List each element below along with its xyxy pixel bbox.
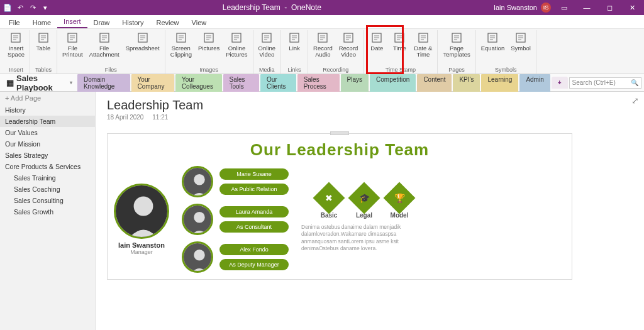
- section-tab-your-company[interactable]: Your Company: [131, 74, 174, 92]
- qat-dropdown-icon[interactable]: ▾: [40, 3, 50, 13]
- drag-handle[interactable]: [330, 131, 349, 135]
- ribbon-tab-history[interactable]: History: [116, 17, 150, 28]
- redo-icon[interactable]: ↷: [28, 3, 38, 13]
- link-button[interactable]: Link: [284, 30, 305, 53]
- section-tab-competition[interactable]: Competition: [370, 74, 416, 92]
- page-item[interactable]: Sales Strategy: [0, 150, 95, 161]
- file-attachment-button[interactable]: FileAttachment: [87, 30, 122, 60]
- avatar: [182, 241, 213, 273]
- group-label: Files: [105, 67, 117, 74]
- diamond-item: 🎓Legal: [353, 187, 375, 219]
- insert-space-icon: [9, 31, 22, 44]
- section-tab-sales-tools[interactable]: Sales Tools: [223, 74, 259, 92]
- insert-space-button[interactable]: InsertSpace: [5, 30, 27, 60]
- ribbon-tab-view[interactable]: View: [186, 17, 213, 28]
- group-label: Insert: [9, 67, 23, 74]
- page-sidebar: + Add Page HistoryLeadership TeamOur Val…: [0, 92, 96, 330]
- page-item[interactable]: History: [0, 104, 95, 116]
- section-tab-sales-process[interactable]: Sales Process: [297, 74, 340, 92]
- symbol-icon: [514, 31, 527, 44]
- page-title[interactable]: Leadership Team: [107, 98, 633, 113]
- ribbon-tabs: FileHomeInsertDrawHistoryReviewView: [0, 15, 644, 29]
- user-avatar[interactable]: IS: [541, 3, 551, 13]
- user-name[interactable]: Iain Swanston: [494, 4, 537, 11]
- manager-role: Manager: [130, 249, 153, 255]
- time-icon: [393, 31, 406, 44]
- ribbon-tab-file[interactable]: File: [3, 17, 26, 28]
- date-time-icon: [417, 31, 430, 44]
- diamond-icon: ✖: [313, 182, 345, 214]
- role-pill: As Deputy Manager: [219, 259, 289, 270]
- ribbon-tab-insert[interactable]: Insert: [57, 16, 87, 28]
- add-section-button[interactable]: +: [552, 77, 568, 89]
- record-audio-button[interactable]: RecordAudio: [311, 30, 335, 60]
- date-icon: [370, 31, 383, 44]
- undo-icon[interactable]: ↶: [15, 3, 25, 13]
- screen-clipping-icon: [175, 31, 187, 44]
- pictures-button[interactable]: Pictures: [196, 30, 222, 53]
- page-item[interactable]: Sales Coaching: [0, 184, 95, 195]
- page-item[interactable]: Sales Consulting: [0, 195, 95, 206]
- maximize-icon[interactable]: ◻: [600, 4, 619, 12]
- close-icon[interactable]: ✕: [623, 4, 641, 12]
- page-canvas[interactable]: ⤢ Leadership Team 18 April 2020 11:21 Ou…: [96, 92, 644, 330]
- spreadsheet-button[interactable]: Spreadsheet: [123, 30, 162, 53]
- table-icon: [37, 31, 50, 44]
- page-item[interactable]: Sales Training: [0, 172, 95, 184]
- table-label: Table: [36, 45, 51, 52]
- svg-point-21: [194, 174, 205, 185]
- file-printout-button[interactable]: FilePrintout: [60, 30, 86, 60]
- info-column: ✖Basic🎓Legal🏆Model Denima ostebus danaim…: [301, 187, 427, 251]
- page-item[interactable]: Sales Growth: [0, 206, 95, 217]
- notebook-bar: ▦ Sales Playbook ▾ Domain KnowledgeYour …: [0, 74, 644, 92]
- ribbon-tab-home[interactable]: Home: [26, 17, 57, 28]
- time-label: Time: [393, 45, 406, 52]
- file-attachment-label: FileAttachment: [89, 45, 119, 58]
- symbol-button[interactable]: Symbol: [508, 30, 533, 53]
- save-icon[interactable]: 📄: [3, 3, 13, 13]
- minimize-icon[interactable]: —: [577, 4, 596, 11]
- record-video-button[interactable]: RecordVideo: [336, 30, 361, 60]
- section-tab-content[interactable]: Content: [417, 74, 452, 92]
- page-item[interactable]: Our Mission: [0, 138, 95, 150]
- equation-button[interactable]: Equation: [479, 30, 508, 53]
- page-templates-button[interactable]: PageTemplates: [440, 30, 472, 60]
- group-label: Symbols: [495, 67, 517, 74]
- date-button[interactable]: Date: [366, 30, 387, 53]
- ribbon-tab-draw[interactable]: Draw: [87, 17, 116, 28]
- link-icon: [288, 31, 301, 44]
- online-video-button[interactable]: OnlineVideo: [256, 30, 278, 60]
- section-tab-admin[interactable]: Admin: [519, 74, 550, 92]
- notebook-selector[interactable]: ▦ Sales Playbook ▾: [3, 74, 76, 92]
- online-pictures-label: OnlinePictures: [226, 45, 247, 58]
- svg-point-25: [194, 250, 205, 261]
- avatar: [182, 166, 213, 197]
- role-pill: As Public Relation: [219, 184, 289, 195]
- ribbon-options-icon[interactable]: ▭: [555, 4, 574, 12]
- screen-clipping-button[interactable]: ScreenClipping: [168, 30, 194, 60]
- expand-icon[interactable]: ⤢: [631, 96, 639, 106]
- time-button[interactable]: Time: [389, 30, 410, 53]
- section-tab-learning[interactable]: Learning: [481, 74, 518, 92]
- chevron-down-icon: ▾: [70, 80, 72, 85]
- section-tab-kpi-s[interactable]: KPI's: [453, 74, 480, 92]
- online-pictures-button[interactable]: OnlinePictures: [223, 30, 250, 60]
- page-item[interactable]: Core Products & Services: [0, 161, 95, 172]
- ribbon-tab-review[interactable]: Review: [150, 17, 186, 28]
- search-input[interactable]: Search (Ctrl+E) 🔍: [569, 77, 641, 89]
- section-tab-your-colleagues[interactable]: Your Colleagues: [175, 74, 222, 92]
- titlebar: 📄 ↶ ↷ ▾ Leadership Team - OneNote Iain S…: [0, 0, 644, 15]
- date-time-label: Date &Time: [414, 45, 432, 58]
- section-tab-plays[interactable]: Plays: [341, 74, 369, 92]
- table-button[interactable]: Table: [33, 30, 54, 53]
- page-item[interactable]: Leadership Team: [0, 116, 95, 127]
- add-page-button[interactable]: + Add Page: [0, 92, 95, 104]
- section-tab-our-clients[interactable]: Our Clients: [260, 74, 296, 92]
- date-time-button[interactable]: Date &Time: [411, 30, 435, 60]
- page-item[interactable]: Our Values: [0, 127, 95, 138]
- name-pill: Alex Fondo: [219, 244, 289, 255]
- ribbon-group-pages: PageTemplatesPages: [438, 30, 475, 74]
- section-tab-domain-knowledge[interactable]: Domain Knowledge: [77, 74, 130, 92]
- group-label: Links: [288, 67, 301, 74]
- content-container[interactable]: Our Leadership Team Iain Swanston Manage…: [107, 133, 572, 280]
